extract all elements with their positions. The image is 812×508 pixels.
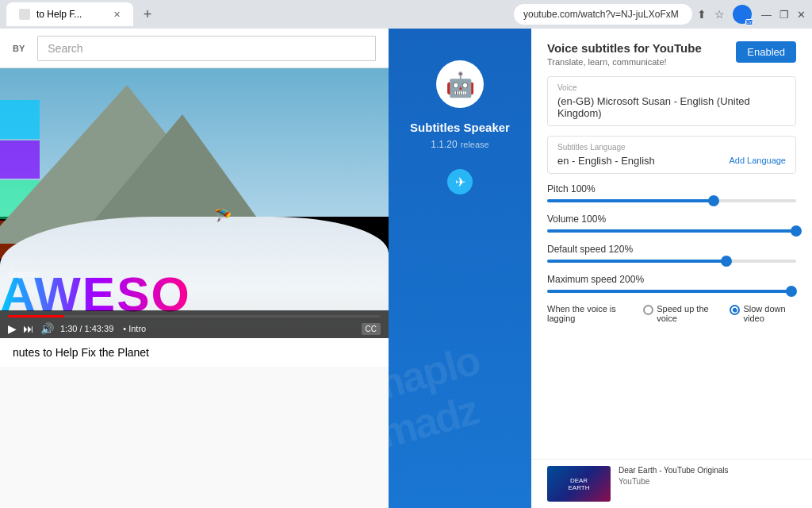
tab-title: to Help F... [36, 9, 82, 20]
browser-chrome: to Help F... ✕ + youtube.com/watch?v=NJ-… [0, 0, 812, 29]
pitch-slider[interactable] [547, 199, 796, 202]
youtube-area: BY Search 🪂 AWESO Origi [0, 29, 389, 508]
default-speed-slider-row: Default speed 120% [547, 244, 796, 263]
volume-label: Volume 100% [547, 214, 796, 225]
search-input[interactable]: Search [37, 36, 376, 61]
telegram-icon: ✈ [455, 175, 465, 190]
extension-body: Voice (en-GB) Microsoft Susan - English … [531, 76, 812, 459]
extension-logo: 🤖 [436, 60, 484, 108]
originals-badge: Originals [8, 270, 39, 279]
extension-name: Subtitles Speaker [410, 121, 510, 134]
default-speed-slider[interactable] [547, 260, 796, 263]
address-bar[interactable]: youtube.com/watch?v=NJ-juLXoFxM [514, 4, 692, 25]
video-scene: 🪂 AWESO Originals [0, 68, 389, 338]
cc-button[interactable]: CC [362, 323, 381, 335]
profile-badge: On [745, 19, 753, 25]
pitch-fill [547, 199, 714, 202]
extension-release: release [461, 140, 489, 149]
profile-button[interactable]: On [733, 5, 752, 24]
recommended-thumbnail: DEAREARTH [547, 466, 611, 502]
active-tab[interactable]: to Help F... ✕ [6, 2, 133, 26]
recommended-channel: YouTube [619, 477, 729, 486]
progress-bar[interactable] [8, 315, 381, 318]
speed-up-radio[interactable] [643, 305, 653, 315]
max-speed-slider[interactable] [547, 290, 796, 293]
volume-slider[interactable] [547, 229, 796, 233]
voice-value: (en-GB) Microsoft Susan - English (Unite… [557, 95, 786, 119]
pitch-label: Pitch 100% [547, 183, 796, 194]
extension-version: 1.1.20 [431, 139, 457, 150]
voice-field: Voice (en-GB) Microsoft Susan - English … [547, 76, 796, 126]
video-title: nutes to Help Fix the Planet [13, 346, 376, 359]
tab-favicon [19, 9, 30, 20]
tab-close-button[interactable]: ✕ [113, 10, 121, 20]
volume-thumb[interactable] [791, 225, 802, 237]
watermark: maplomadz [389, 337, 496, 458]
minimize-button[interactable]: — [761, 9, 772, 21]
extension-header: Voice subtitles for YouTube Translate, l… [531, 29, 812, 76]
close-button[interactable]: ✕ [797, 9, 806, 21]
video-info: nutes to Help Fix the Planet [0, 338, 389, 367]
extension-left-panel: 🤖 Subtitles Speaker 1.1.20 release ✈ map… [389, 29, 531, 508]
volume-slider-row: Volume 100% [547, 214, 796, 233]
voice-label: Voice [557, 83, 786, 92]
controls-row: ▶ ⏭ 🔊 1:30 / 1:43:39 • Intro CC [8, 322, 381, 335]
telegram-button[interactable]: ✈ [447, 169, 473, 194]
play-button[interactable]: ▶ [8, 322, 17, 335]
share-icon[interactable]: ⬆ [697, 8, 707, 21]
volume-fill [547, 229, 796, 233]
new-tab-button[interactable]: + [136, 3, 159, 25]
default-speed-label: Default speed 120% [547, 244, 796, 255]
extension-right-panel: Voice subtitles for YouTube Translate, l… [531, 29, 812, 508]
url-text: youtube.com/watch?v=NJ-juLXoFxM [523, 9, 679, 20]
paraglider-icon: 🪂 [214, 207, 232, 225]
robot-icon: 🤖 [446, 71, 475, 98]
tab-bar: to Help F... ✕ + [6, 2, 159, 26]
subtitles-field: Subtitles Language en - English - Englis… [547, 136, 796, 174]
yt-header: BY Search [0, 29, 389, 68]
chapter-label: • Intro [123, 324, 146, 333]
video-player[interactable]: 🪂 AWESO Originals ▶ ⏭ 🔊 1:30 / 1:43:39 •… [0, 68, 389, 338]
max-speed-fill [547, 290, 791, 293]
video-controls: ▶ ⏭ 🔊 1:30 / 1:43:39 • Intro CC [0, 310, 389, 338]
toolbar-icons: ⬆ ☆ On [697, 5, 752, 24]
slow-down-label: Slow down video [743, 304, 796, 323]
max-speed-label: Maximum speed 200% [547, 274, 796, 285]
max-speed-slider-row: Maximum speed 200% [547, 274, 796, 293]
pitch-thumb[interactable] [708, 195, 719, 206]
slow-down-option[interactable]: Slow down video [730, 304, 796, 323]
recommended-info: Dear Earth - YouTube Originals YouTube [619, 466, 729, 502]
extension-title-block: Voice subtitles for YouTube Translate, l… [547, 41, 702, 67]
time-display: 1:30 / 1:43:39 [60, 324, 113, 333]
default-speed-thumb[interactable] [721, 256, 732, 267]
slow-down-radio[interactable] [730, 305, 740, 315]
volume-button[interactable]: 🔊 [40, 322, 54, 335]
lagging-label: When the voice is lagging [547, 304, 630, 323]
enabled-button[interactable]: Enabled [736, 41, 796, 63]
max-speed-thumb[interactable] [786, 286, 797, 297]
bookmark-icon[interactable]: ☆ [714, 8, 725, 21]
subtitles-label: Subtitles Language [557, 143, 786, 152]
progress-fill [8, 315, 64, 318]
extension-panel: 🤖 Subtitles Speaker 1.1.20 release ✈ map… [389, 29, 812, 508]
add-language-button[interactable]: Add Language [729, 156, 786, 165]
pitch-slider-row: Pitch 100% [547, 183, 796, 202]
by-label: BY [13, 44, 25, 53]
extension-title: Voice subtitles for YouTube [547, 41, 702, 55]
main-content: BY Search 🪂 AWESO Origi [0, 29, 812, 508]
search-placeholder: Search [48, 42, 82, 55]
extension-subtitle: Translate, learn, communicate! [547, 57, 702, 67]
radio-row: When the voice is lagging Speed up the v… [547, 304, 796, 323]
speed-up-label: Speed up the voice [657, 304, 717, 323]
speed-up-option[interactable]: Speed up the voice [643, 304, 717, 323]
default-speed-fill [547, 260, 726, 263]
recommended-title: Dear Earth - YouTube Originals [619, 466, 729, 475]
maximize-button[interactable]: ❐ [779, 9, 789, 21]
next-button[interactable]: ⏭ [23, 322, 34, 335]
recommended-video[interactable]: DEAREARTH Dear Earth - YouTube Originals… [531, 459, 812, 508]
